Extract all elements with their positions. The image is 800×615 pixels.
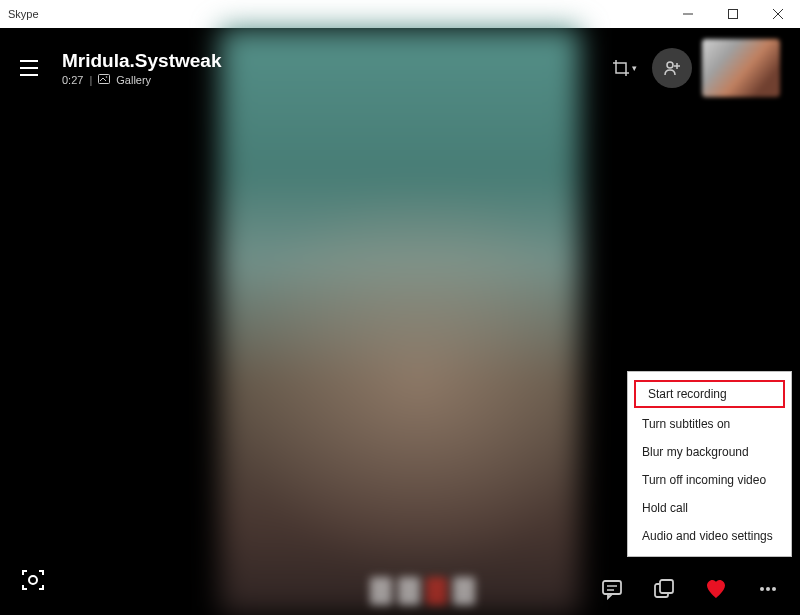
call-info: Mridula.Systweak 0:27 | Gallery xyxy=(62,50,221,86)
menu-hold-call[interactable]: Hold call xyxy=(628,494,791,522)
close-button[interactable] xyxy=(755,0,800,28)
svg-point-6 xyxy=(667,62,673,68)
menu-turn-subtitles-on[interactable]: Turn subtitles on xyxy=(628,410,791,438)
chat-button[interactable] xyxy=(600,577,624,601)
menu-audio-video-settings[interactable]: Audio and video settings xyxy=(628,522,791,550)
call-duration: 0:27 xyxy=(62,74,83,86)
minimize-button[interactable] xyxy=(665,0,710,28)
crop-button[interactable]: ▾ xyxy=(606,50,642,86)
svg-rect-10 xyxy=(603,581,621,594)
svg-rect-1 xyxy=(728,10,737,19)
window-titlebar: Skype xyxy=(0,0,800,28)
svg-rect-14 xyxy=(660,580,673,593)
snapshot-button[interactable] xyxy=(20,567,46,597)
svg-point-16 xyxy=(766,587,770,591)
menu-icon[interactable] xyxy=(20,56,44,80)
svg-point-15 xyxy=(760,587,764,591)
reaction-heart-button[interactable] xyxy=(704,577,728,601)
window-controls xyxy=(665,0,800,28)
menu-start-recording[interactable]: Start recording xyxy=(634,380,785,408)
more-options-button[interactable] xyxy=(756,577,780,601)
gallery-icon xyxy=(98,74,110,86)
call-controls-blurred xyxy=(370,577,475,605)
call-topbar: Mridula.Systweak 0:27 | Gallery ▾ xyxy=(0,28,800,108)
gallery-label[interactable]: Gallery xyxy=(116,74,151,86)
add-participant-button[interactable] xyxy=(652,48,692,88)
chevron-down-icon: ▾ xyxy=(632,63,637,73)
share-screen-button[interactable] xyxy=(652,577,676,601)
menu-turn-off-incoming-video[interactable]: Turn off incoming video xyxy=(628,466,791,494)
window-title: Skype xyxy=(8,8,39,20)
maximize-button[interactable] xyxy=(710,0,755,28)
contact-name: Mridula.Systweak xyxy=(62,50,221,72)
menu-blur-background[interactable]: Blur my background xyxy=(628,438,791,466)
svg-point-5 xyxy=(106,76,108,78)
main-video-feed xyxy=(220,28,580,615)
bottom-actions xyxy=(600,577,780,601)
more-options-menu: Start recording Turn subtitles on Blur m… xyxy=(627,371,792,557)
svg-point-9 xyxy=(29,576,37,584)
divider: | xyxy=(89,74,92,86)
svg-point-17 xyxy=(772,587,776,591)
call-window: Mridula.Systweak 0:27 | Gallery ▾ xyxy=(0,28,800,615)
self-video-thumbnail[interactable] xyxy=(702,39,780,97)
